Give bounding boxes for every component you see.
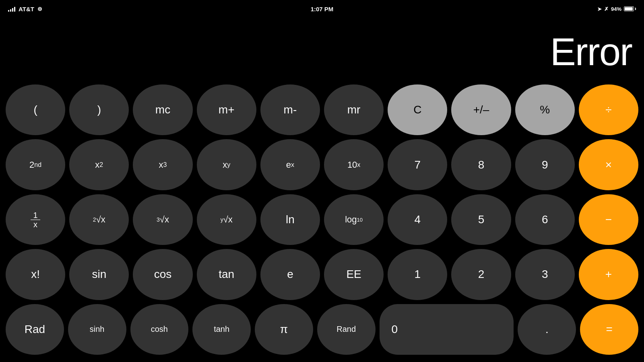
button-rand[interactable]: Rand	[317, 304, 376, 355]
btn-label-tanh: tanh	[214, 325, 229, 334]
button-cos[interactable]: cos	[133, 249, 192, 300]
btn-label-eight: 8	[478, 158, 485, 171]
sqrty-label: y√x	[221, 215, 233, 224]
xpowy-label: xy	[223, 160, 230, 169]
btn-label-plusminus: +/–	[473, 103, 489, 116]
btn-label-mc: mc	[155, 103, 170, 116]
status-bar: AT&T ⊜ 1:07 PM ➤ ✗ 94%	[0, 0, 644, 18]
btn-label-factorial: x!	[31, 268, 40, 281]
btn-label-two: 2	[478, 268, 485, 281]
button-ee[interactable]: EE	[324, 249, 384, 300]
button-eight[interactable]: 8	[451, 139, 511, 190]
button-xsquared[interactable]: x2	[69, 139, 129, 190]
button-mminus[interactable]: m-	[260, 84, 320, 135]
button-sqrt3[interactable]: 3√x	[133, 194, 192, 245]
btn-label-rand: Rand	[336, 325, 356, 334]
recip-label: 1x	[31, 211, 40, 228]
button-nine[interactable]: 9	[515, 139, 575, 190]
btn-label-sin: sin	[92, 268, 106, 281]
location-icon: ➤	[597, 6, 602, 12]
btn-label-cos: cos	[154, 268, 172, 281]
button-tan[interactable]: tan	[197, 249, 256, 300]
btn-label-equals: =	[606, 323, 612, 336]
button-dot[interactable]: .	[518, 304, 576, 355]
button-mc[interactable]: mc	[133, 84, 192, 135]
btn-label-seven: 7	[415, 158, 421, 171]
button-rad[interactable]: Rad	[6, 304, 64, 355]
zero-label: 0	[392, 323, 398, 336]
btn-label-sinh: sinh	[90, 325, 105, 334]
btn-label-close-paren: )	[97, 103, 101, 116]
button-euler[interactable]: e	[260, 249, 320, 300]
button-xcubed[interactable]: x3	[133, 139, 192, 190]
btn-label-plus: +	[605, 268, 612, 281]
calc-row-1: 2ndx2x3xyex10x789×	[6, 139, 638, 190]
tenx-label: 10x	[347, 160, 360, 169]
btn-label-pi: π	[280, 323, 288, 336]
btn-label-six: 6	[542, 213, 548, 226]
signal-icon	[8, 6, 15, 12]
calc-row-2: 1x2√x3√xy√xlnlog10456−	[6, 194, 638, 245]
button-ln[interactable]: ln	[260, 194, 320, 245]
button-mr[interactable]: mr	[324, 84, 384, 135]
wifi-icon: ⊜	[37, 6, 42, 12]
xsq-label: x2	[95, 160, 103, 169]
button-factorial[interactable]: x!	[6, 249, 65, 300]
button-three[interactable]: 3	[515, 249, 575, 300]
button-equals[interactable]: =	[580, 304, 638, 355]
button-open-paren[interactable]: (	[6, 84, 65, 135]
button-sqrty[interactable]: y√x	[197, 194, 256, 245]
bluetooth-icon: ✗	[604, 6, 609, 12]
btn-label-five: 5	[478, 213, 485, 226]
btn-label-minus: −	[605, 213, 612, 226]
button-tanh[interactable]: tanh	[192, 304, 251, 355]
button-cosh[interactable]: cosh	[130, 304, 189, 355]
display-area: Error	[0, 18, 644, 82]
button-six[interactable]: 6	[515, 194, 575, 245]
btn-label-clear: C	[413, 103, 421, 116]
button-zero[interactable]: 0	[380, 304, 514, 355]
button-log10[interactable]: log10	[324, 194, 384, 245]
ex-label: ex	[286, 160, 294, 169]
xcb-label: x3	[159, 160, 167, 169]
button-seven[interactable]: 7	[388, 139, 447, 190]
button-sqrt2[interactable]: 2√x	[69, 194, 129, 245]
button-four[interactable]: 4	[388, 194, 447, 245]
button-xpowy[interactable]: xy	[197, 139, 256, 190]
button-pi[interactable]: π	[255, 304, 313, 355]
button-one[interactable]: 1	[388, 249, 447, 300]
calc-row-3: x!sincostaneEE123+	[6, 249, 638, 300]
btn-label-mminus: m-	[284, 103, 297, 116]
button-two[interactable]: 2	[451, 249, 511, 300]
sqrt3-label: 3√x	[157, 215, 169, 224]
btn-label-percent: %	[540, 103, 550, 116]
button-divide[interactable]: ÷	[579, 84, 638, 135]
calculator-grid: ()mcm+m-mrC+/–%÷2ndx2x3xyex10x789×1x2√x3…	[0, 80, 644, 362]
button-sin[interactable]: sin	[69, 249, 129, 300]
button-sinh[interactable]: sinh	[68, 304, 126, 355]
status-left: AT&T ⊜	[8, 6, 42, 12]
button-five[interactable]: 5	[451, 194, 511, 245]
button-tenx[interactable]: 10x	[324, 139, 384, 190]
button-percent[interactable]: %	[515, 84, 575, 135]
button-plusminus[interactable]: +/–	[451, 84, 511, 135]
button-ex[interactable]: ex	[260, 139, 320, 190]
button-reciprocal[interactable]: 1x	[6, 194, 65, 245]
second-label: 2nd	[29, 160, 41, 169]
btn-label-mplus: m+	[219, 103, 235, 116]
sqrt2-label: 2√x	[93, 215, 105, 224]
button-minus[interactable]: −	[579, 194, 638, 245]
status-right: ➤ ✗ 94%	[597, 6, 636, 12]
button-second[interactable]: 2nd	[6, 139, 65, 190]
btn-label-multiply: ×	[605, 158, 612, 171]
button-close-paren[interactable]: )	[69, 84, 129, 135]
battery-icon	[624, 6, 636, 11]
button-multiply[interactable]: ×	[579, 139, 638, 190]
btn-label-one: 1	[415, 268, 421, 281]
button-mplus[interactable]: m+	[197, 84, 256, 135]
button-plus[interactable]: +	[579, 249, 638, 300]
btn-label-three: 3	[542, 268, 548, 281]
btn-label-mr: mr	[347, 103, 361, 116]
btn-label-open-paren: (	[33, 103, 37, 116]
button-clear[interactable]: C	[388, 84, 447, 135]
